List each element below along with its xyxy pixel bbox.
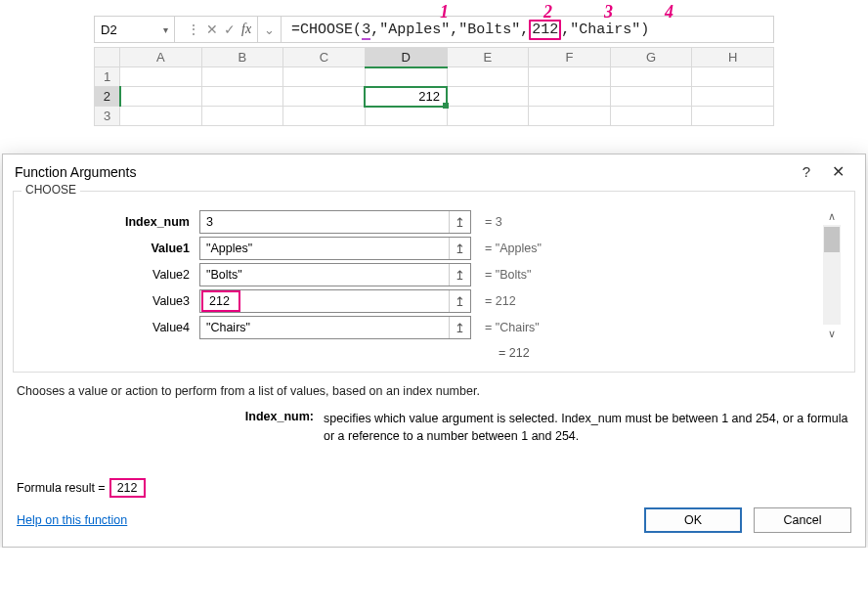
col-header[interactable]: G xyxy=(610,48,692,67)
cell[interactable] xyxy=(610,107,692,126)
name-box-value: D2 xyxy=(101,22,117,37)
arg-label: Value4 xyxy=(23,321,199,334)
formula-highlighted-arg: 212 xyxy=(529,20,561,40)
cell[interactable] xyxy=(447,107,529,126)
help-icon[interactable]: ? xyxy=(791,163,822,180)
table-row: 2 212 xyxy=(95,87,774,107)
collapse-dialog-icon[interactable]: ↥ xyxy=(449,317,470,338)
cell[interactable] xyxy=(201,107,283,126)
arg-input[interactable] xyxy=(200,211,449,233)
arg-eval: = "Chairs" xyxy=(471,321,540,334)
cell[interactable] xyxy=(201,67,283,87)
dialog-title: Function Arguments xyxy=(15,164,791,180)
function-group: CHOOSE Index_num ↥ = 3 Value1 ↥ = "Apple… xyxy=(13,191,855,373)
scroll-thumb[interactable] xyxy=(824,227,840,252)
arg-row-index-num: Index_num ↥ = 3 xyxy=(23,210,813,234)
row-header[interactable]: 3 xyxy=(95,107,120,126)
function-name: CHOOSE xyxy=(22,183,80,197)
enter-icon[interactable]: ✓ xyxy=(224,22,236,36)
formula-prefix: =CHOOSE( xyxy=(291,22,362,38)
arg-row-value2: Value2 ↥ = "Bolts" xyxy=(23,263,813,286)
cell[interactable] xyxy=(692,107,774,126)
cancel-button[interactable]: Cancel xyxy=(754,507,851,533)
cell[interactable] xyxy=(447,67,529,87)
arg-input[interactable] xyxy=(200,317,449,338)
scroll-up-icon[interactable]: ∧ xyxy=(823,207,841,225)
cell[interactable] xyxy=(283,107,366,126)
callout-3: 3 xyxy=(604,2,613,22)
arg-label: Index_num xyxy=(23,215,199,229)
chevron-down-icon[interactable]: ▾ xyxy=(163,24,168,35)
formula-result-label: Formula result = xyxy=(17,481,106,495)
function-arguments-dialog: Function Arguments ? ✕ CHOOSE Index_num … xyxy=(2,154,866,548)
cell[interactable] xyxy=(120,87,202,107)
column-header-row: A B C D E F G H xyxy=(95,48,774,67)
cell[interactable] xyxy=(529,87,611,107)
collapse-dialog-icon[interactable]: ↥ xyxy=(449,290,470,312)
arg-label: Value3 xyxy=(23,294,199,308)
close-icon[interactable]: ✕ xyxy=(822,162,853,181)
formula-result-row: Formula result = 212 xyxy=(3,445,865,504)
cell[interactable] xyxy=(365,67,447,87)
cell[interactable] xyxy=(120,107,202,126)
scroll-track[interactable] xyxy=(823,225,841,325)
arg-input[interactable] xyxy=(200,238,449,259)
fx-icon[interactable]: fx xyxy=(241,22,251,36)
arg-eval: = 212 xyxy=(471,294,516,308)
more-icon[interactable]: ⋮ xyxy=(187,22,200,36)
scroll-down-icon[interactable]: ∨ xyxy=(823,325,841,342)
help-on-function-link[interactable]: Help on this function xyxy=(17,513,127,527)
args-scrollbar[interactable]: ∧ ∨ xyxy=(823,207,841,342)
cell[interactable] xyxy=(610,67,692,87)
ok-button[interactable]: OK xyxy=(644,507,742,533)
col-header[interactable]: A xyxy=(120,48,202,67)
cell[interactable] xyxy=(610,87,692,107)
row-header-active[interactable]: 2 xyxy=(95,87,120,107)
cell[interactable] xyxy=(692,87,774,107)
col-header[interactable]: C xyxy=(283,48,366,67)
arg-label: Value2 xyxy=(23,268,199,282)
collapse-dialog-icon[interactable]: ↥ xyxy=(449,264,470,286)
col-header[interactable]: E xyxy=(447,48,529,67)
cell[interactable] xyxy=(283,67,366,87)
cancel-icon[interactable]: ✕ xyxy=(206,22,218,36)
spreadsheet-grid[interactable]: A B C D E F G H 1 2 212 3 xyxy=(94,47,774,126)
formula-input[interactable]: =CHOOSE(3,"Apples","Bolts",212,"Chairs") xyxy=(282,22,773,38)
cell[interactable] xyxy=(447,87,529,107)
active-cell[interactable]: 212 xyxy=(365,87,447,107)
dialog-titlebar[interactable]: Function Arguments ? ✕ xyxy=(3,154,865,185)
formula-sep2: ,"Chairs") xyxy=(561,22,649,38)
cell[interactable] xyxy=(529,107,611,126)
formula-index-arg: 3 xyxy=(362,22,370,40)
param-text: specifies which value argument is select… xyxy=(324,410,851,445)
col-header[interactable]: B xyxy=(201,48,283,67)
arg-input-wrap: ↥ xyxy=(199,210,471,234)
arg-input[interactable] xyxy=(200,264,449,286)
col-header-active[interactable]: D xyxy=(365,48,447,67)
dialog-footer: Help on this function OK Cancel xyxy=(3,504,865,547)
formula-result-value: 212 xyxy=(109,478,146,498)
arg-eval: = "Apples" xyxy=(471,242,542,255)
cell[interactable] xyxy=(529,67,611,87)
arg-label: Value1 xyxy=(23,242,199,255)
arg-eval: = "Bolts" xyxy=(471,268,531,282)
col-header[interactable]: F xyxy=(529,48,611,67)
table-row: 1 xyxy=(95,67,774,87)
cell[interactable] xyxy=(283,87,366,107)
collapse-dialog-icon[interactable]: ↥ xyxy=(449,211,470,233)
col-header[interactable]: H xyxy=(692,48,774,67)
cell[interactable] xyxy=(201,87,283,107)
parameter-description: Index_num: specifies which value argumen… xyxy=(3,404,865,445)
arguments-list: Index_num ↥ = 3 Value1 ↥ = "Apples" Valu… xyxy=(23,207,813,342)
cell[interactable] xyxy=(692,67,774,87)
callout-4: 4 xyxy=(665,2,673,22)
select-all-corner[interactable] xyxy=(95,48,120,67)
cell[interactable] xyxy=(365,107,447,126)
collapse-dialog-icon[interactable]: ↥ xyxy=(449,238,470,259)
arg-input-highlighted[interactable] xyxy=(201,290,240,312)
formula-sep1: ,"Apples","Bolts", xyxy=(370,22,529,38)
param-name: Index_num: xyxy=(17,410,324,445)
row-header[interactable]: 1 xyxy=(95,67,120,87)
overall-evaluation: = 212 xyxy=(23,342,845,364)
cell[interactable] xyxy=(120,67,202,87)
